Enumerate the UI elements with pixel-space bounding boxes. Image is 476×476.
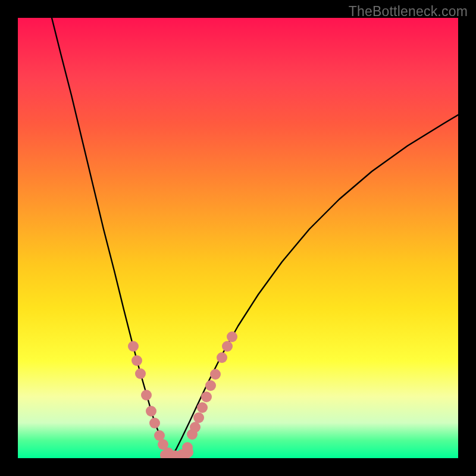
- markers-left-dot-0: [128, 341, 139, 352]
- markers-left-dot-2: [135, 368, 146, 379]
- curve-left-branch: [52, 18, 171, 457]
- markers-right-dot-10: [222, 341, 233, 352]
- markers-right-dot-7: [205, 380, 216, 391]
- bottleneck-curve-chart: [18, 18, 458, 458]
- markers-left-dot-3: [141, 390, 152, 400]
- markers-left-dot-4: [146, 406, 156, 416]
- markers-right-dot-6: [201, 392, 212, 402]
- markers-right-dot-3: [190, 422, 201, 433]
- curve-right-branch: [171, 115, 458, 457]
- markers-right-dot-8: [210, 369, 221, 380]
- markers-left-dot-5: [149, 418, 160, 428]
- watermark-text: TheBottleneck.com: [349, 4, 468, 20]
- markers-right-branch: [177, 331, 237, 458]
- markers-right-dot-1: [182, 442, 193, 453]
- markers-left-branch: [128, 341, 180, 458]
- markers-right-dot-5: [197, 402, 208, 413]
- markers-right-dot-4: [193, 412, 204, 423]
- markers-right-dot-11: [227, 331, 237, 342]
- markers-right-dot-9: [217, 352, 227, 363]
- markers-left-dot-1: [131, 355, 142, 366]
- curve-group: [52, 18, 458, 457]
